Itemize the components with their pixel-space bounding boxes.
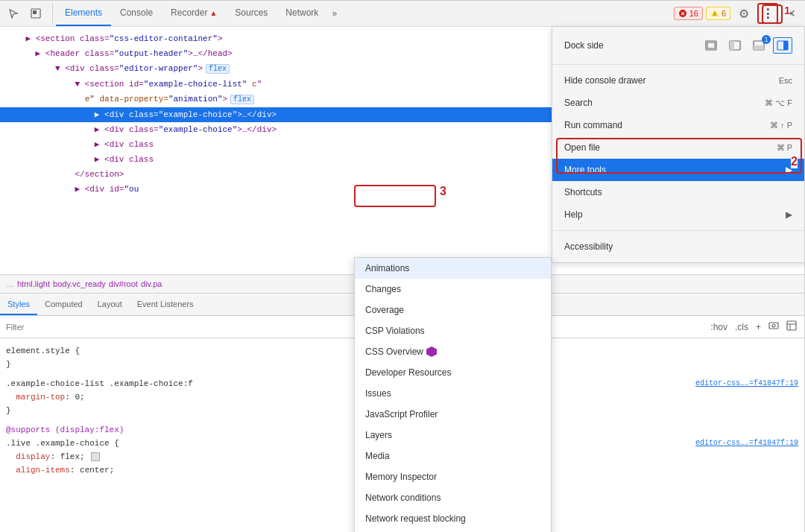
menu-item-run-command[interactable]: Run command ⌘ ↑ P: [552, 114, 804, 136]
css-source-link[interactable]: editor-css….=f41847f:19: [695, 377, 798, 390]
inspect-icon[interactable]: [25, 3, 46, 24]
menu-item-search[interactable]: Search ⌘ ⌥ F: [552, 92, 804, 114]
menu-item-hide-console[interactable]: Hide console drawer Esc: [552, 69, 804, 92]
svg-point-7: [772, 324, 775, 327]
hov-button[interactable]: :hov: [709, 320, 729, 334]
cls-button[interactable]: .cls: [733, 320, 750, 334]
dock-bottom-button[interactable]: [749, 37, 768, 54]
more-options-button[interactable]: ⋮: [757, 3, 778, 24]
add-rule-button[interactable]: +: [754, 320, 763, 334]
submenu-item-network-conditions[interactable]: Network conditions: [355, 487, 551, 508]
devtools-menu: Dock side Hide console drawer Esc: [552, 26, 805, 263]
toolbar-right: ✕ 16 ! 6 ⚙ ⋮ ✕: [674, 3, 802, 24]
submenu-item-css-overview[interactable]: CSS Overview: [355, 341, 551, 362]
tab-network[interactable]: Network: [277, 1, 327, 26]
submenu-item-js-profiler[interactable]: JavaScript Profiler: [355, 404, 551, 425]
submenu-item-animations[interactable]: Animations: [355, 258, 551, 279]
dock-side-row: Dock side: [552, 31, 804, 60]
submenu-item-media[interactable]: Media: [355, 446, 551, 466]
devtools-toolbar: Elements Console Recorder ▲ Sources Netw…: [0, 1, 805, 27]
dock-icons: [701, 37, 792, 54]
menu-item-help[interactable]: Help ▶: [552, 203, 804, 226]
toolbar-left-icons: [3, 3, 53, 24]
tab-recorder[interactable]: Recorder ▲: [162, 1, 226, 26]
submenu-item-csp-violations[interactable]: CSP Violations: [355, 320, 551, 341]
styles-tab-styles[interactable]: Styles: [0, 294, 37, 315]
breadcrumb-item-html[interactable]: html.light: [17, 279, 50, 288]
cursor-icon[interactable]: [3, 3, 24, 24]
menu-item-accessibility[interactable]: Accessibility: [552, 235, 804, 258]
more-tools-arrow: ▶: [786, 165, 792, 175]
snapshot-button[interactable]: [767, 319, 780, 335]
menu-item-open-file[interactable]: Open file ⌘ P: [552, 136, 804, 159]
menu-item-shortcuts[interactable]: Shortcuts: [552, 181, 804, 203]
tab-elements[interactable]: Elements: [56, 1, 111, 26]
error-badge[interactable]: ✕ 16: [674, 7, 703, 20]
svg-text:!: !: [714, 12, 716, 16]
tab-sources[interactable]: Sources: [226, 1, 277, 26]
menu-main-section: Hide console drawer Esc Search ⌘ ⌥ F Run…: [552, 65, 804, 231]
tab-console[interactable]: Console: [111, 1, 162, 26]
dock-side-section: Dock side: [552, 27, 804, 65]
dock-undock-button[interactable]: [701, 37, 721, 54]
breadcrumb-item-body[interactable]: body.vc_ready: [53, 279, 106, 288]
submenu-item-developer-resources[interactable]: Developer Resources: [355, 362, 551, 383]
error-icon: ✕: [678, 9, 687, 18]
svg-rect-8: [787, 321, 796, 330]
svg-rect-16: [754, 45, 764, 50]
more-tools-submenu: Animations Changes Coverage CSP Violatio…: [354, 257, 552, 532]
dock-right-button[interactable]: [773, 37, 792, 54]
settings-button[interactable]: ⚙: [733, 3, 754, 24]
submenu-item-memory-inspector[interactable]: Memory Inspector: [355, 466, 551, 487]
tab-overflow-button[interactable]: »: [327, 1, 341, 26]
menu-accessibility-section: Accessibility: [552, 231, 804, 262]
submenu-item-coverage[interactable]: Coverage: [355, 300, 551, 320]
submenu-item-performance-insights[interactable]: Performance insights: [355, 529, 551, 532]
breadcrumb-item-divpa[interactable]: div.pa: [141, 279, 162, 288]
devtools-tabs: Elements Console Recorder ▲ Sources Netw…: [56, 1, 674, 26]
svg-text:✕: ✕: [681, 11, 685, 16]
dock-left-button[interactable]: [725, 37, 745, 54]
styles-tab-computed[interactable]: Computed: [37, 294, 90, 315]
submenu-item-issues[interactable]: Issues: [355, 383, 551, 404]
svg-rect-18: [783, 41, 788, 50]
styles-tab-layout[interactable]: Layout: [90, 294, 130, 315]
close-devtools-button[interactable]: ✕: [781, 3, 802, 24]
breadcrumb-ellipsis: …: [6, 279, 14, 288]
warning-icon: !: [710, 9, 719, 18]
warning-badge[interactable]: ! 6: [706, 7, 730, 20]
experiment-icon: [426, 346, 437, 357]
breadcrumb-item-divroot[interactable]: div#root: [109, 279, 138, 288]
submenu-item-layers[interactable]: Layers: [355, 425, 551, 446]
styles-tab-event-listeners[interactable]: Event Listeners: [130, 294, 201, 315]
submenu-item-network-request-blocking[interactable]: Network request blocking: [355, 508, 551, 529]
layout-icon-button[interactable]: [785, 319, 798, 335]
svg-rect-14: [730, 41, 734, 50]
svg-rect-6: [769, 323, 778, 329]
dock-side-label: Dock side: [564, 40, 695, 51]
help-arrow: ▶: [786, 209, 792, 220]
css-source-link2[interactable]: editor-css….=f41847f:19: [695, 437, 798, 450]
svg-rect-1: [33, 10, 37, 14]
submenu-item-changes[interactable]: Changes: [355, 279, 551, 300]
menu-item-more-tools[interactable]: More tools ▶: [552, 159, 804, 181]
svg-rect-12: [707, 42, 715, 48]
